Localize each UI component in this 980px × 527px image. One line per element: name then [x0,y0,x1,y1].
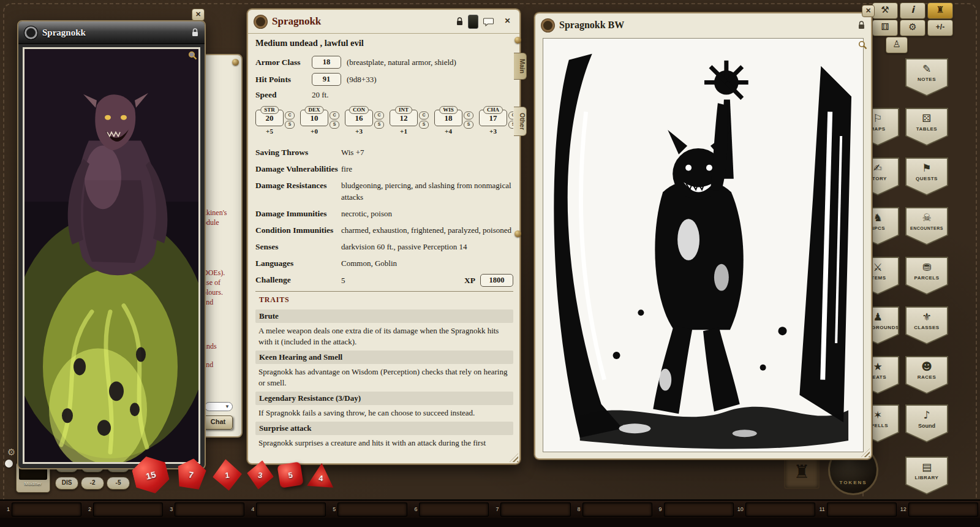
hotkey-target[interactable] [500,502,570,517]
check-roll-button[interactable]: C [508,112,513,119]
trait-name[interactable]: Brute [255,309,513,323]
ability-str[interactable]: STR 20 +5 [255,110,284,139]
sidebar-item-encounters[interactable]: ☠ENCOUNTERS [905,207,948,245]
hotkey-target[interactable] [175,502,244,517]
detail-value: Wis +7 [341,146,513,158]
xp-value[interactable]: 1800 [480,274,513,287]
scroll-anchor-pin[interactable] [514,230,521,237]
trait-name[interactable]: Keen Hearing and Smell [255,351,513,364]
check-roll-button[interactable]: C [419,112,429,119]
module-dropdown[interactable]: ▼ [205,402,233,411]
masks-icon: ☻ [921,360,932,373]
token-portrait[interactable] [468,15,478,29]
save-roll-button[interactable]: S [374,121,384,129]
sidebar-item-races[interactable]: ☻RACES [905,356,948,394]
sidebar-item-classes[interactable]: ⚜CLASSES [905,306,948,344]
save-roll-button[interactable]: S [464,121,473,129]
save-roll-button[interactable]: S [508,121,513,129]
zoom-magnifier-icon[interactable] [858,40,867,50]
settings-gear-icon[interactable]: ⚙ [7,447,15,458]
die-d8[interactable]: 3 [245,458,276,491]
die-d12[interactable]: 7 [172,456,210,494]
bw-image-window[interactable]: Spragnokk BW ✕ [534,12,872,460]
check-roll-button[interactable]: C [330,112,339,119]
check-roll-button[interactable]: C [464,112,473,119]
window-link-icon[interactable] [541,19,554,32]
hotkey-target[interactable] [337,502,407,517]
lock-icon[interactable] [858,21,865,29]
character-selection-button[interactable]: ♙ [886,37,908,53]
dice-tower-slot[interactable]: ♜ [784,456,820,489]
window-link-icon[interactable] [254,15,267,28]
hotkey-target[interactable] [745,502,815,517]
zoom-magnifier-icon[interactable] [188,51,197,60]
ability-wis[interactable]: WIS 18 +4 [434,110,462,139]
module-window-partial[interactable]: kkinen's odule DOEs). use of olours. and… [200,54,243,438]
statblock-titlebar[interactable]: Spragnokk ✕ [248,10,519,34]
dice-selection-button[interactable]: ⚅ [872,20,898,36]
dice-tower-button[interactable]: ♜ [927,2,953,19]
languages-row: Languages Common, Goblin [255,257,513,269]
check-roll-button[interactable]: C [374,112,384,119]
sidebar-item-notes[interactable]: ✎NOTES [905,58,948,96]
hotkey-target[interactable] [12,502,81,517]
ability-cha[interactable]: CHA 17 +3 [479,110,507,139]
save-roll-button[interactable]: S [285,121,295,129]
portrait-window[interactable]: Spragnokk ✕ [17,20,206,469]
hotkey-target[interactable] [256,502,326,517]
module-text: kkinen's [203,208,227,217]
bw-window-titlebar[interactable]: Spragnokk BW [535,13,871,37]
ability-int[interactable]: INT 12 +1 [390,110,418,139]
sidebar-item-sound[interactable]: ♪Sound [905,404,948,442]
options-button[interactable]: ⚙ [900,20,925,36]
trait-name[interactable]: Legendary Resistance (3/Day) [255,392,513,405]
save-roll-button[interactable]: S [419,121,429,129]
modifier-button-minus2[interactable]: -2 [81,477,104,490]
star-icon: ★ [873,360,882,373]
window-link-icon[interactable] [24,26,37,39]
tab-other[interactable]: Other [514,107,527,136]
modifiers-button[interactable]: +/- [927,20,953,36]
hotkey-target[interactable] [827,502,897,517]
hotkey-number: 5 [328,506,336,512]
lock-icon[interactable] [456,17,463,26]
hotkey-target[interactable] [664,502,734,517]
sidebar-item-parcels[interactable]: ⛃PARCELS [905,257,948,295]
chat-bubble-icon[interactable] [483,17,494,26]
tab-main[interactable]: Main [514,53,527,80]
manual-button[interactable]: i [900,2,925,19]
ability-mod: +0 [300,127,328,135]
sidebar-item-library[interactable]: ▤LIBRARY [905,457,948,495]
close-button[interactable]: ✕ [192,9,205,21]
check-roll-button[interactable]: C [285,112,295,119]
modifier-button-minus5[interactable]: -5 [107,477,130,490]
hotkey-target[interactable] [908,502,978,517]
close-button[interactable]: ✕ [862,5,875,17]
hotkey-target[interactable] [93,502,163,517]
plus-minus-icon: +/- [936,23,944,31]
hit-points-value[interactable]: 91 [312,73,341,86]
die-d6[interactable]: 5 [277,461,303,488]
armor-class-value[interactable]: 18 [312,56,341,69]
hotkey-number: 6 [409,506,417,512]
trait-name[interactable]: Surprise attack [255,422,513,435]
modifier-button-dis[interactable]: DIS [55,477,78,490]
hotkey-target[interactable] [419,502,489,517]
ability-con[interactable]: CON 16 +3 [345,110,373,139]
tools-button[interactable]: ⚒ [872,2,898,19]
close-button[interactable]: ✕ [502,16,513,27]
sidebar-item-quests[interactable]: ⚑QUESTS [905,157,948,195]
lock-icon[interactable] [192,28,198,37]
hotkey-target[interactable] [582,502,652,517]
chat-button[interactable]: Chat [203,415,233,430]
portrait-window-titlebar[interactable]: Spragnokk [18,21,205,44]
scroll-anchor-pin[interactable] [514,37,521,44]
detail-label: Damage Immunities [255,208,341,219]
die-d4[interactable]: 4 [306,461,336,488]
sidebar-item-tables[interactable]: ⚄TABLES [905,108,948,146]
save-roll-button[interactable]: S [330,121,339,129]
ability-dex[interactable]: DEX 10 +0 [300,110,328,139]
die-d20[interactable]: 15 [127,452,173,498]
statblock-window[interactable]: Spragnokk ✕ Medium undead , lawful evil … [247,9,521,464]
die-d10[interactable]: 1 [211,458,243,493]
